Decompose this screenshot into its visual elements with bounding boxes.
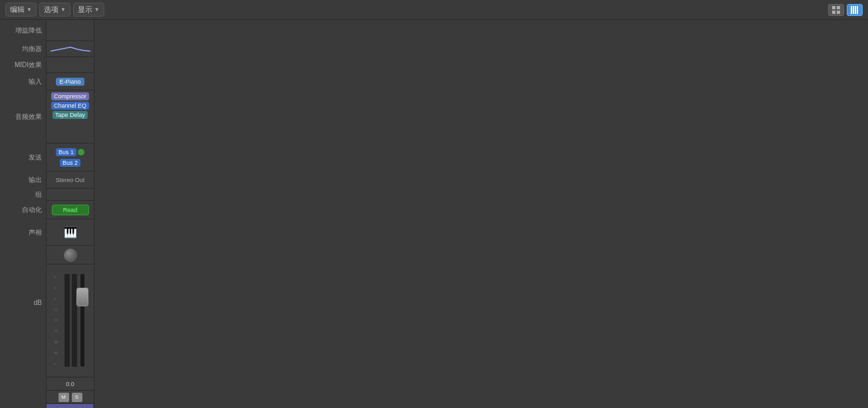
midi-row <box>47 57 94 73</box>
fader-row: 6061218243648∞ <box>47 264 94 377</box>
plugin-tag[interactable]: Compressor <box>51 92 89 100</box>
instrument-icon: 🎹 <box>64 227 77 238</box>
svg-rect-6 <box>855 6 856 14</box>
view-btn-grid[interactable] <box>828 4 844 16</box>
svg-rect-2 <box>832 11 835 14</box>
svg-rect-7 <box>857 6 858 14</box>
eq-curve <box>51 43 90 55</box>
view-btn-mixer[interactable] <box>847 4 863 16</box>
output-row: Stereo Out <box>47 171 94 189</box>
svg-rect-4 <box>851 6 852 14</box>
input-btn[interactable]: E-Piano <box>56 78 84 86</box>
menu-view-arrow: ▼ <box>94 7 100 13</box>
menu-bar: 编辑 ▼ 选项 ▼ 显示 ▼ <box>0 0 868 20</box>
ms-btn-s[interactable]: S <box>72 393 82 402</box>
label-fader: dB <box>0 246 46 359</box>
fader-track <box>80 274 84 367</box>
label-ms <box>0 372 46 385</box>
input-row: E-Piano <box>47 73 94 90</box>
label-gain: 增益降低 <box>0 20 46 41</box>
group-row <box>47 189 94 201</box>
channels-area: E-Piano CompressorChannel EQTape Delay B… <box>47 20 868 408</box>
svg-rect-5 <box>853 6 854 14</box>
pan-row <box>47 246 94 264</box>
pan-knob[interactable] <box>64 249 77 262</box>
label-eq: 均衡器 <box>0 41 46 57</box>
menu-view[interactable]: 显示 ▼ <box>73 3 104 17</box>
menu-edit-arrow: ▼ <box>27 7 32 13</box>
fader-handle[interactable] <box>76 288 88 306</box>
icon-row: 🎹 <box>47 219 94 246</box>
view-toggle <box>828 4 863 16</box>
menu-options-arrow: ▼ <box>60 7 66 13</box>
eq-row <box>47 41 94 57</box>
svg-rect-0 <box>832 6 835 9</box>
label-auto: 自动化 <box>0 201 46 219</box>
output-label: Stereo Out <box>56 177 85 183</box>
plugin-tag[interactable]: Tape Delay <box>53 111 88 119</box>
scale: 6061218243648∞ <box>54 274 63 367</box>
ms-row: MS <box>47 391 94 404</box>
svg-rect-1 <box>837 6 840 9</box>
auto-read-btn[interactable]: Read <box>52 205 89 215</box>
menu-edit[interactable]: 编辑 ▼ <box>5 3 37 17</box>
send-btn-1[interactable]: Bus 1 <box>56 148 76 156</box>
menu-options[interactable]: 选项 ▼ <box>39 3 70 17</box>
label-fx: 音频效果 <box>0 90 46 144</box>
mixer-container: 增益降低 均衡器 MIDI效果 输入 音频效果 发送 输出 组 自动化 声相 d… <box>0 20 868 408</box>
send-dot <box>78 149 84 155</box>
send-row: Bus 1Bus 2 <box>47 144 94 171</box>
meter-left <box>64 274 70 367</box>
label-send: 发送 <box>0 144 46 171</box>
ms-btn-m[interactable]: M <box>58 393 69 402</box>
label-pan: 声相 <box>0 219 46 246</box>
auto-row: Read <box>47 201 94 219</box>
db-value: 0.0 <box>66 381 74 387</box>
channel-ch1: E-Piano CompressorChannel EQTape Delay B… <box>47 20 94 408</box>
channel-name-bar[interactable]: 水泥猪 <box>47 404 94 408</box>
label-output: 输出 <box>0 171 46 189</box>
label-group: 组 <box>0 189 46 201</box>
fx-row: CompressorChannel EQTape Delay <box>47 90 94 144</box>
label-input: 输入 <box>0 73 46 90</box>
gain-row <box>47 20 94 41</box>
fader-meter-area: 6061218243648∞ <box>54 267 86 367</box>
row-labels: 增益降低 均衡器 MIDI效果 输入 音频效果 发送 输出 组 自动化 声相 d… <box>0 20 47 408</box>
plugin-tag[interactable]: Channel EQ <box>51 102 89 110</box>
db-row: 0.0 <box>47 377 94 391</box>
svg-rect-3 <box>837 11 840 14</box>
label-db <box>0 359 46 372</box>
label-midi: MIDI效果 <box>0 57 46 73</box>
send-btn-2[interactable]: Bus 2 <box>60 159 80 167</box>
